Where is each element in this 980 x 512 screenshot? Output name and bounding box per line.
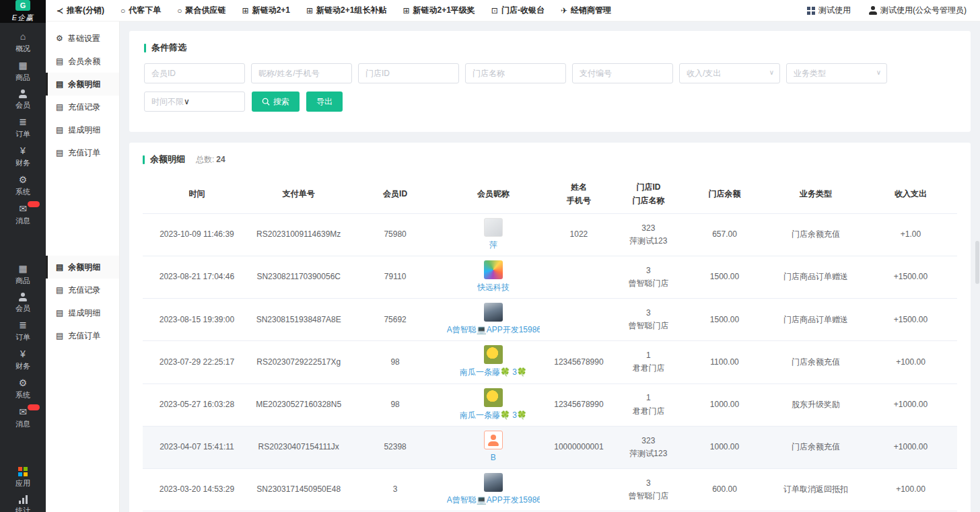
balance-table: 时间 支付单号 会员ID xyxy=(143,175,957,512)
store-id: 323 xyxy=(618,222,679,235)
submenu-item[interactable]: 余额明细 xyxy=(46,73,119,96)
scrollbar-thumb[interactable] xyxy=(975,241,979,284)
sidebar-item[interactable]: 统计 xyxy=(0,492,46,512)
topnav-item[interactable]: 聚合供应链 xyxy=(177,5,225,16)
column-header: 姓名 手机号 xyxy=(542,175,615,213)
topbar-account-item[interactable]: 测试使用 xyxy=(807,5,851,16)
member-nickname-link[interactable]: 南瓜一条藤🍀 3🍀 xyxy=(460,366,527,379)
filter-field xyxy=(465,63,566,83)
topnav-item[interactable]: 门店-收银台 xyxy=(491,5,545,16)
logo-text: E企赢 xyxy=(12,13,34,23)
cell-amount: +1000.00 xyxy=(864,426,957,468)
sidebar-item[interactable]: 商品 xyxy=(0,57,46,86)
filter-input[interactable] xyxy=(358,63,459,83)
submenu-item[interactable]: 充值订单 xyxy=(46,324,119,347)
search-button[interactable]: 搜索 xyxy=(252,92,300,112)
sidebar-item[interactable]: 消息 xyxy=(0,404,46,433)
member-nickname-link[interactable]: A曾智聪💻APP开发15986811 xyxy=(447,494,540,507)
sidebar-item-label: 系统 xyxy=(15,390,30,400)
sidebar-item[interactable]: 财务 xyxy=(0,143,46,172)
doc-icon xyxy=(56,263,63,271)
table-row: 2023-07-29 22:25:17 RS20230729222517Xg 9… xyxy=(143,341,957,383)
main-sidebar: G E企赢 概况 商品 会员 xyxy=(0,0,46,512)
scrollbar[interactable] xyxy=(975,0,980,512)
filter-fields xyxy=(144,63,956,83)
sidebar-item[interactable]: 商品 xyxy=(0,260,46,289)
table-row: 2023-05-27 16:03:28 ME20230527160328N5 9… xyxy=(143,383,957,426)
store-name: 君君门店 xyxy=(618,362,679,375)
sidebar-item[interactable]: 会员 xyxy=(0,289,46,317)
topnav-item[interactable]: 推客(分销) xyxy=(57,5,104,16)
cell-store: 3 曾智聪门店 xyxy=(615,256,682,298)
topbar-account-item[interactable]: 测试使用(公众号管理员) xyxy=(868,5,967,16)
submenu-item[interactable]: 提成明细 xyxy=(46,118,119,141)
filter-input[interactable] xyxy=(144,63,245,83)
table-section-title: 余额明细 总数:24 xyxy=(143,153,957,166)
sidebar-item[interactable]: 会员 xyxy=(0,86,46,114)
export-button-label: 导出 xyxy=(316,96,332,108)
app-window: G E企赢 概况 商品 会员 xyxy=(0,0,980,512)
store-id: 1 xyxy=(618,349,679,362)
time-range-select[interactable]: 时间不限 xyxy=(144,92,245,112)
sidebar-item[interactable]: 应用 xyxy=(0,464,46,492)
topnav-item[interactable]: 代客下单 xyxy=(120,5,161,16)
topnav-item[interactable]: 新链动2+1 xyxy=(242,5,290,16)
sidebar-item[interactable]: 订单 xyxy=(0,114,46,143)
submenu-item[interactable]: 充值记录 xyxy=(46,279,119,301)
cell-balance: 1000.00 xyxy=(682,383,767,426)
topnav-item-label: 聚合供应链 xyxy=(186,5,226,16)
cell-nickname: 南瓜一条藤🍀 3🍀 xyxy=(444,383,542,426)
search-button-label: 搜索 xyxy=(273,96,289,108)
submenu-item-label: 会员余额 xyxy=(68,56,100,67)
filter-input[interactable] xyxy=(679,63,780,83)
cell-member-id: 3 xyxy=(346,468,444,511)
circle-icon xyxy=(120,7,125,15)
filter-field xyxy=(251,63,352,83)
column-header: 支付单号 xyxy=(251,175,347,213)
table-row: 2023-04-07 15:41:11 RS20230407154111Jx 5… xyxy=(143,426,957,468)
total-count: 总数:24 xyxy=(196,154,225,166)
sidebar-item-label: 商品 xyxy=(15,276,30,286)
member-nickname-link[interactable]: 萍 xyxy=(489,239,497,252)
cell-nickname: A曾智聪💻APP开发15986811 xyxy=(444,299,542,341)
cell-time: 2023-04-07 15:41:11 xyxy=(143,426,251,468)
filter-input[interactable] xyxy=(465,63,566,83)
cell-phone: 1022 xyxy=(542,213,615,256)
sidebar-item[interactable]: 财务 xyxy=(0,346,46,375)
topnav-item[interactable]: 经销商管理 xyxy=(561,5,611,16)
member-nickname-link[interactable]: B xyxy=(491,451,496,464)
cell-phone xyxy=(542,468,615,511)
goods-icon xyxy=(18,61,27,71)
sidebar-item[interactable]: 消息 xyxy=(0,200,46,229)
filter-input[interactable] xyxy=(572,63,673,83)
member-nickname-link[interactable]: 快远科技 xyxy=(477,281,510,294)
avatar xyxy=(484,431,503,449)
message-icon xyxy=(19,204,27,214)
submenu-item[interactable]: 充值记录 xyxy=(46,96,119,118)
submenu-item[interactable]: 提成明细 xyxy=(46,301,119,324)
circle-icon xyxy=(177,7,182,15)
nickname-wrap: 萍 xyxy=(447,214,540,256)
export-button[interactable]: 导出 xyxy=(306,92,343,112)
topnav-item[interactable]: 新链动2+1组长补贴 xyxy=(306,5,386,16)
sidebar-item[interactable]: 概况 xyxy=(0,28,46,57)
filter-input[interactable] xyxy=(251,63,352,83)
submenu-item[interactable]: 余额明细 xyxy=(46,256,119,279)
apps-grid-icon xyxy=(807,7,815,15)
stats-icon xyxy=(19,495,28,504)
total-label: 总数: xyxy=(196,155,214,164)
member-nickname-link[interactable]: 南瓜一条藤🍀 3🍀 xyxy=(460,409,527,422)
app-logo[interactable]: G E企赢 xyxy=(0,0,46,23)
filter-field xyxy=(144,63,245,83)
filter-input[interactable] xyxy=(786,63,887,83)
sidebar-item[interactable]: 系统 xyxy=(0,375,46,404)
member-nickname-link[interactable]: A曾智聪💻APP开发15986811 xyxy=(447,324,540,336)
submenu-item[interactable]: 基础设置 xyxy=(46,27,119,50)
sidebar-item[interactable]: 系统 xyxy=(0,172,46,200)
cell-amount: +1.00 xyxy=(864,213,957,256)
submenu-item[interactable]: 充值订单 xyxy=(46,141,119,164)
submenu-item[interactable]: 会员余额 xyxy=(46,50,119,73)
cell-time: 2023-07-29 22:25:17 xyxy=(143,341,251,383)
sidebar-item[interactable]: 订单 xyxy=(0,317,46,346)
topnav-item[interactable]: 新链动2+1平级奖 xyxy=(403,5,475,16)
